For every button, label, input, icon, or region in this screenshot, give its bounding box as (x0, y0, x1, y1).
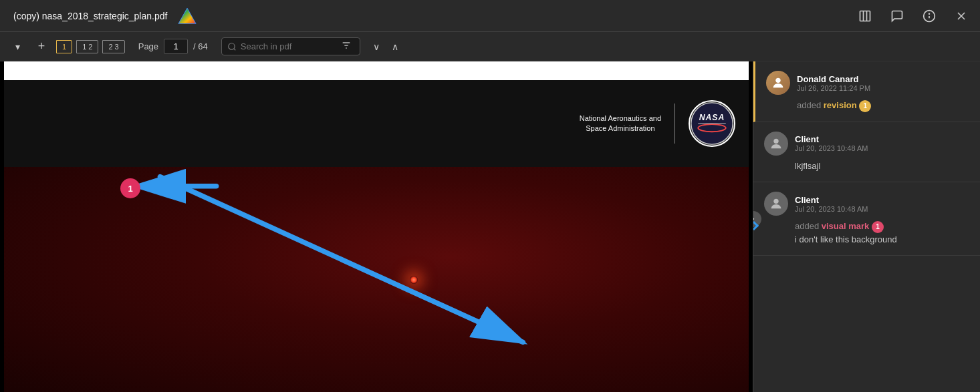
view-btn-group-3: 2 3 (102, 40, 124, 53)
chat-icon-btn[interactable] (886, 5, 908, 27)
view-btn-group-2: 1 2 (76, 40, 98, 53)
page-total: / 64 (193, 41, 208, 51)
comment-1-header: Donald Canard Jul 26, 2022 11:24 PM (766, 71, 969, 95)
avatar-client-1 (764, 132, 788, 156)
drive-icon[interactable] (178, 7, 197, 25)
comment-2-meta: Client Jul 20, 2023 10:48 AM (795, 134, 868, 152)
nasa-header: National Aeronautics and Space Administr… (4, 80, 749, 167)
page-number-input[interactable] (164, 39, 188, 54)
search-container (221, 37, 360, 55)
comment-3-body: added visual mark 1 i don't like this ba… (795, 220, 969, 246)
view-btn-group-1: 1 (56, 40, 72, 53)
comment-3-added: added (795, 221, 819, 231)
svg-rect-3 (860, 11, 870, 21)
comment-2-date: Jul 20, 2023 10:48 AM (795, 144, 868, 152)
view-btn-single[interactable]: 1 (56, 40, 72, 53)
comment-1-date: Jul 26, 2022 11:24 PM (797, 84, 870, 92)
main-area: National Aeronautics and Space Administr… (0, 61, 980, 392)
dark-red-section (4, 167, 749, 392)
svg-point-21 (775, 78, 780, 83)
comment-2-author: Client (795, 134, 868, 144)
view-buttons: 1 1 2 2 3 (56, 40, 125, 53)
comment-entry-1: Donald Canard Jul 26, 2022 11:24 PM adde… (753, 61, 980, 122)
comment-3-meta: Client Jul 20, 2023 10:48 AM (795, 195, 868, 213)
filter-btn[interactable] (338, 40, 354, 53)
comment-2-header: Client Jul 20, 2023 10:48 AM (764, 132, 969, 156)
svg-point-23 (773, 199, 778, 204)
svg-point-9 (229, 43, 235, 49)
nav-up-btn[interactable]: ∧ (387, 39, 403, 55)
info-icon-btn[interactable] (918, 5, 940, 27)
top-toolbar: (copy) nasa_2018_strategic_plan.pdf (0, 0, 980, 32)
avatar-donald (766, 71, 790, 95)
comment-2-body: lkjflsajl (795, 160, 969, 173)
comment-entry-3: › Client Jul 20, 2023 10:48 AM added (753, 182, 980, 256)
svg-text:NASA: NASA (699, 113, 725, 122)
annotation-marker-1[interactable]: 1 (120, 178, 140, 198)
nav-arrows: ∨ ∧ (368, 39, 403, 55)
comment-2-text: lkjflsajl (795, 161, 820, 171)
comment-3-text: i don't like this background (795, 234, 897, 244)
comment-3-visual-mark-tag: visual mark (822, 221, 870, 231)
view-btn-double-23[interactable]: 2 3 (102, 40, 124, 53)
expand-icon-btn[interactable] (854, 5, 876, 27)
svg-marker-2 (179, 9, 195, 23)
view-btn-double-12[interactable]: 1 2 (76, 40, 98, 53)
nasa-logo: NASA (689, 100, 735, 147)
comment-1-meta: Donald Canard Jul 26, 2022 11:24 PM (797, 74, 870, 92)
page-toolbar: ▾ + 1 1 2 2 3 Page / 64 ∨ ∧ (0, 32, 980, 61)
file-title: (copy) nasa_2018_strategic_plan.pdf (8, 8, 172, 24)
svg-line-10 (233, 48, 235, 50)
comment-1-body: added revision 1 (797, 99, 969, 112)
pdf-viewer[interactable]: National Aeronautics and Space Administr… (0, 61, 753, 392)
toolbar-right (854, 5, 972, 27)
comment-1-badge: 1 (859, 100, 871, 112)
add-page-btn[interactable]: + (32, 37, 51, 56)
toolbar-left: (copy) nasa_2018_strategic_plan.pdf (8, 7, 197, 25)
comment-entry-2: Client Jul 20, 2023 10:48 AM lkjflsajl (753, 122, 980, 183)
comment-1-revision-tag: revision (824, 100, 857, 110)
comment-3-date: Jul 20, 2023 10:48 AM (795, 205, 868, 213)
page-label: Page (138, 41, 158, 51)
nasa-divider (675, 104, 675, 144)
white-top-strip (4, 61, 749, 80)
nav-down-btn[interactable]: ∨ (368, 39, 384, 55)
right-comments-panel: Donald Canard Jul 26, 2022 11:24 PM adde… (753, 61, 980, 392)
avatar-client-2 (764, 192, 788, 216)
comment-3-badge: 1 (872, 221, 884, 233)
comment-3-author: Client (795, 195, 868, 205)
search-input[interactable] (241, 41, 334, 51)
nasa-org-text: National Aeronautics and Space Administr… (580, 114, 661, 134)
comment-3-header: Client Jul 20, 2023 10:48 AM (764, 192, 969, 216)
search-icon (227, 42, 237, 51)
dropdown-btn[interactable]: ▾ (8, 37, 27, 56)
comment-1-author: Donald Canard (797, 74, 870, 84)
comment-1-added: added (797, 100, 821, 110)
svg-point-22 (773, 138, 778, 143)
close-icon-btn[interactable] (951, 5, 972, 27)
